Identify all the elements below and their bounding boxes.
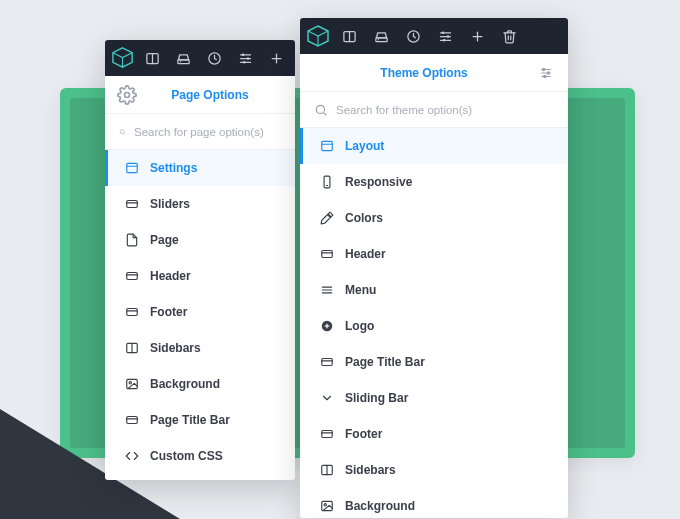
svg-point-43	[446, 35, 449, 38]
card-icon	[319, 426, 335, 442]
list-item[interactable]: Logo	[300, 308, 568, 344]
list-item[interactable]: Menu	[300, 272, 568, 308]
list-item[interactable]: Page Title Bar	[300, 344, 568, 380]
svg-point-44	[443, 39, 446, 42]
list-item-label: Background	[345, 499, 552, 513]
panel-titlebar: Theme Options	[300, 54, 568, 92]
list-item-label: Settings	[150, 161, 279, 175]
svg-point-50	[543, 68, 545, 70]
list-item-label: Background	[150, 377, 279, 391]
image-icon	[319, 498, 335, 514]
sliders-icon[interactable]	[536, 66, 556, 80]
card-icon	[319, 246, 335, 262]
list-item[interactable]: Sidebars	[300, 452, 568, 488]
dropper-icon	[319, 210, 335, 226]
search-bar[interactable]	[300, 92, 568, 128]
image-icon	[124, 376, 140, 392]
svg-rect-30	[127, 417, 138, 424]
chevron-icon	[319, 390, 335, 406]
sliders-button[interactable]	[233, 45, 258, 71]
phone-icon	[319, 174, 335, 190]
code-icon	[124, 448, 140, 464]
list-item-label: Logo	[345, 319, 552, 333]
search-input[interactable]	[134, 126, 281, 138]
toolbar	[105, 40, 295, 76]
list-item[interactable]: Footer	[105, 294, 295, 330]
svg-line-17	[124, 133, 125, 134]
list-item[interactable]: Settings	[105, 150, 295, 186]
options-list: Layout Responsive Colors Header Menu Log…	[300, 128, 568, 518]
svg-point-10	[242, 53, 245, 56]
card-icon	[124, 196, 140, 212]
search-bar[interactable]	[105, 114, 295, 150]
drive-button[interactable]	[368, 23, 394, 49]
svg-rect-20	[127, 201, 138, 208]
list-item[interactable]: Header	[105, 258, 295, 294]
columns-icon	[319, 462, 335, 478]
svg-rect-55	[322, 141, 333, 150]
list-item[interactable]: Page	[105, 222, 295, 258]
columns-button[interactable]	[140, 45, 165, 71]
clock-button[interactable]	[202, 45, 227, 71]
svg-point-52	[544, 75, 546, 77]
card-icon	[124, 412, 140, 428]
svg-rect-4	[178, 59, 189, 63]
list-item[interactable]: Sliding Bar	[300, 380, 568, 416]
plus-button[interactable]	[264, 45, 289, 71]
sliders-button[interactable]	[432, 23, 458, 49]
trash-button[interactable]	[496, 23, 522, 49]
svg-rect-18	[127, 163, 138, 172]
list-item[interactable]: Sidebars	[105, 330, 295, 366]
list-item-label: Page Title Bar	[150, 413, 279, 427]
list-item-label: Sliding Bar	[345, 391, 552, 405]
list-item-label: Sliders	[150, 197, 279, 211]
toolbar	[300, 18, 568, 54]
svg-rect-22	[127, 273, 138, 280]
svg-point-15	[125, 92, 130, 97]
gear-icon[interactable]	[117, 85, 137, 105]
list-item-label: Header	[345, 247, 552, 261]
clock-button[interactable]	[400, 23, 426, 49]
search-icon	[119, 125, 126, 139]
svg-point-16	[120, 129, 124, 133]
app-logo	[306, 24, 330, 48]
card-icon	[124, 268, 140, 284]
list-item[interactable]: Import/Export	[105, 474, 295, 480]
list-item[interactable]: Colors	[300, 200, 568, 236]
plus-button[interactable]	[464, 23, 490, 49]
svg-point-74	[324, 504, 326, 506]
page-options-panel: Page Options Settings Sliders Page Heade…	[105, 40, 295, 480]
svg-point-5	[180, 61, 181, 62]
columns-button[interactable]	[336, 23, 362, 49]
search-icon	[314, 103, 328, 117]
list-item[interactable]: Custom CSS	[105, 438, 295, 474]
list-item[interactable]: Layout	[300, 128, 568, 164]
list-item[interactable]: Page Title Bar	[105, 402, 295, 438]
svg-point-11	[247, 57, 250, 60]
svg-point-53	[316, 105, 324, 113]
list-item-label: Sidebars	[345, 463, 552, 477]
list-item[interactable]: Background	[300, 488, 568, 518]
svg-point-29	[129, 382, 131, 384]
list-item-label: Page	[150, 233, 279, 247]
list-item[interactable]: Background	[105, 366, 295, 402]
svg-point-42	[441, 31, 444, 34]
drive-button[interactable]	[171, 45, 196, 71]
window-icon	[124, 160, 140, 176]
list-item-label: Custom CSS	[150, 449, 279, 463]
list-item-label: Responsive	[345, 175, 552, 189]
card-icon	[124, 304, 140, 320]
menu-icon	[319, 282, 335, 298]
plus-circle-icon	[319, 318, 335, 334]
search-input[interactable]	[336, 104, 554, 116]
panel-title: Theme Options	[312, 66, 536, 80]
list-item-label: Header	[150, 269, 279, 283]
list-item[interactable]: Footer	[300, 416, 568, 452]
svg-rect-36	[375, 37, 386, 41]
svg-rect-69	[322, 431, 333, 438]
list-item[interactable]: Sliders	[105, 186, 295, 222]
svg-point-51	[547, 71, 549, 73]
list-item-label: Layout	[345, 139, 552, 153]
list-item[interactable]: Responsive	[300, 164, 568, 200]
list-item[interactable]: Header	[300, 236, 568, 272]
